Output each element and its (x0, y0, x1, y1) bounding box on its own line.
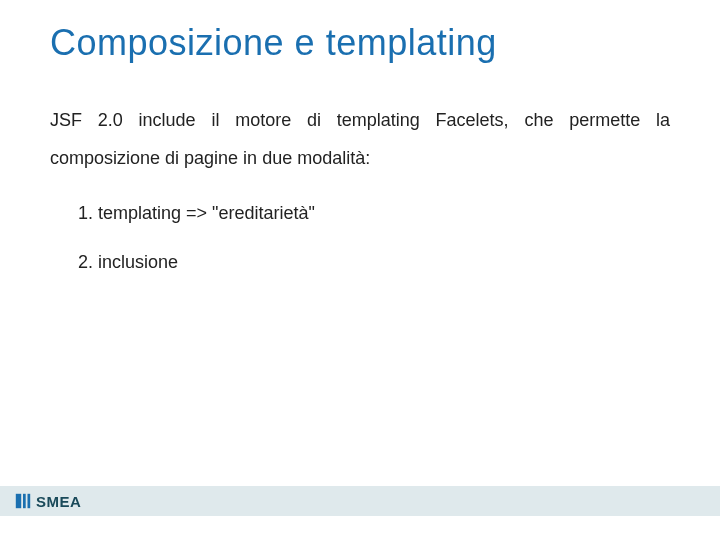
svg-rect-0 (16, 494, 21, 508)
svg-rect-1 (23, 494, 26, 508)
list-item: 2. inclusione (78, 249, 670, 276)
mode-list: 1. templating => "ereditarietà" 2. inclu… (50, 200, 670, 276)
svg-rect-2 (28, 494, 31, 508)
brand-name: SMEA (36, 493, 81, 510)
slide-title: Composizione e templating (50, 22, 670, 64)
brand-logo: SMEA (14, 492, 81, 510)
footer-bar: SMEA (0, 486, 720, 516)
brand-mark-icon (14, 492, 32, 510)
slide: Composizione e templating JSF 2.0 includ… (0, 0, 720, 540)
list-item: 1. templating => "ereditarietà" (78, 200, 670, 227)
intro-paragraph: JSF 2.0 include il motore di templating … (50, 102, 670, 178)
